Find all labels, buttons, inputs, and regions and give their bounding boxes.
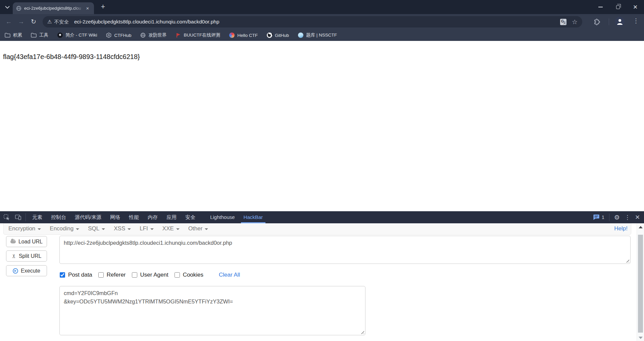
- device-toolbar-icon[interactable]: [13, 213, 23, 222]
- devtools-tab-application[interactable]: 应用: [162, 211, 181, 223]
- bookmark-star-icon[interactable]: ☆: [572, 18, 578, 26]
- bookmarks-bar: 积累 工具 简介 - CTF Wiki CTFHub 攻防世界 BUUCT: [0, 30, 644, 41]
- request-options-row: Post data Referer User Agent Cookies Cle…: [60, 272, 240, 278]
- url-input[interactable]: http://eci-2ze6jubclpedgkts8tlp.cloudeci…: [59, 236, 631, 264]
- bookmark-label: Hello CTF: [237, 33, 258, 38]
- hackbar-menu-encoding[interactable]: Encoding: [50, 225, 79, 232]
- post-data-label[interactable]: Post data: [68, 272, 92, 278]
- scrollbar-thumb[interactable]: [638, 235, 643, 333]
- referer-label[interactable]: Referer: [107, 272, 126, 278]
- bookmark-ctf-wiki[interactable]: 简介 - CTF Wiki: [57, 32, 97, 38]
- inspect-element-icon[interactable]: [2, 213, 11, 222]
- bookmark-buuctf[interactable]: BUUCTF在线评测: [176, 32, 220, 38]
- folder-icon: [5, 33, 10, 38]
- devtools-tab-hackbar[interactable]: HackBar: [239, 211, 267, 223]
- page-content: flag{43efa17e-6b48-44f9-9893-1148cfdc621…: [0, 41, 644, 211]
- devtools-tab-security[interactable]: 安全: [181, 211, 200, 223]
- folder-icon: [31, 33, 37, 38]
- settings-gear-icon[interactable]: ⚙: [614, 214, 620, 221]
- address-bar[interactable]: ⚠ 不安全 eci-2ze6jubclpedgkts8tlp.cloudeci1…: [43, 16, 582, 27]
- devtools-tab-performance[interactable]: 性能: [125, 211, 143, 223]
- devtools-close-icon[interactable]: ✕: [635, 214, 640, 221]
- browser-toolbar: ← → ↻ ⚠ 不安全 eci-2ze6jubclpedgkts8tlp.clo…: [0, 14, 644, 30]
- devtools-tab-network[interactable]: 网络: [106, 211, 125, 223]
- chevron-down-icon: [205, 228, 208, 230]
- hackbar-menu-encryption[interactable]: Encryption: [8, 225, 41, 232]
- user-agent-checkbox[interactable]: [132, 272, 137, 278]
- devtools-menu-kebab-icon[interactable]: ⋮: [625, 214, 630, 221]
- user-agent-checkbox-group: User Agent: [132, 272, 168, 278]
- execute-button[interactable]: ▶ Execute: [6, 265, 47, 276]
- devtools-tab-memory[interactable]: 内存: [143, 211, 162, 223]
- bookmark-tools-folder[interactable]: 工具: [31, 32, 48, 38]
- extensions-puzzle-icon[interactable]: [593, 18, 600, 25]
- bookmark-label: GitHub: [275, 33, 289, 38]
- devtools-actions: 1 ⚙ ⋮ ✕: [593, 214, 644, 221]
- window-restore-button[interactable]: [609, 0, 627, 14]
- bookmark-label: 积累: [13, 32, 22, 38]
- bookmark-ctfhub[interactable]: CTFHub: [106, 33, 131, 38]
- devtools-tab-console[interactable]: 控制台: [47, 211, 70, 223]
- split-url-button[interactable]: ✂ Split URL: [6, 250, 47, 262]
- hackbar-menu-xxe[interactable]: XXE: [162, 225, 180, 232]
- devtools-tabs: 元素 控制台 源代码/来源 网络 性能 内存 应用 安全 Lighthouse …: [28, 211, 267, 223]
- flag-text: flag{43efa17e-6b48-44f9-9893-1148cfdc621…: [3, 53, 140, 61]
- devtools-tab-sources[interactable]: 源代码/来源: [70, 211, 106, 223]
- browser-menu-kebab-icon[interactable]: ⋮: [633, 17, 639, 24]
- url-text[interactable]: eci-2ze6jubclpedgkts8tlp.cloudeci1.ichun…: [74, 19, 219, 25]
- scissors-icon: ✂: [11, 254, 17, 258]
- nssctf-icon: [298, 33, 303, 38]
- bookmark-accumulate-folder[interactable]: 积累: [5, 32, 22, 38]
- profile-avatar[interactable]: [615, 17, 625, 26]
- bookmark-adworld[interactable]: 攻防世界: [140, 32, 167, 38]
- panel-scrollbar[interactable]: [637, 223, 644, 341]
- bookmark-label: 攻防世界: [149, 32, 167, 38]
- hackbar-navbar: Encryption Encoding SQL XSS LFI XXE Othe…: [3, 223, 631, 235]
- issues-count[interactable]: 1: [602, 215, 604, 220]
- hackbar-menu-sql[interactable]: SQL: [88, 225, 105, 232]
- reload-button[interactable]: ↻: [29, 17, 38, 26]
- bookmark-label: 题库 | NSSCTF: [306, 32, 337, 38]
- bookmark-label: 简介 - CTF Wiki: [65, 32, 97, 38]
- bookmark-helloctf[interactable]: Hello CTF: [229, 33, 258, 38]
- hackbar-menu-xss[interactable]: XSS: [114, 225, 131, 232]
- help-link[interactable]: Help!: [614, 225, 628, 232]
- hackbar-menu-other[interactable]: Other: [188, 225, 208, 232]
- new-tab-button[interactable]: +: [99, 3, 107, 11]
- post-data-checkbox[interactable]: [60, 272, 65, 278]
- cookies-label[interactable]: Cookies: [183, 272, 203, 278]
- bookmark-github[interactable]: GitHub: [266, 33, 289, 38]
- post-data-input[interactable]: cmd=Y2F0IC9mbGFn &key=ODc5YTU5MWM2Nzg1YT…: [59, 286, 365, 335]
- bookmark-label: BUUCTF在线评测: [184, 32, 220, 38]
- toolbar-divider: [609, 18, 609, 25]
- issues-bubble-icon[interactable]: [593, 214, 600, 220]
- browser-tab[interactable]: eci-2ze6jubclpedgkts8tlp.clou ×: [13, 2, 94, 14]
- translate-icon[interactable]: G文: [560, 19, 566, 25]
- restore-icon: [616, 5, 620, 9]
- bookmark-nssctf[interactable]: 题库 | NSSCTF: [298, 32, 337, 38]
- scroll-up-icon[interactable]: [639, 226, 643, 228]
- ctf-wiki-icon: [57, 33, 63, 38]
- window-minimize-button[interactable]: [592, 0, 609, 14]
- back-button[interactable]: ←: [4, 17, 13, 26]
- chevron-down-icon: [128, 228, 131, 230]
- devtools-toolbar: 元素 控制台 源代码/来源 网络 性能 内存 应用 安全 Lighthouse …: [0, 211, 644, 223]
- devtools-tab-elements[interactable]: 元素: [28, 211, 47, 223]
- clear-all-link[interactable]: Clear All: [219, 272, 240, 278]
- hackbar-panel: Encryption Encoding SQL XSS LFI XXE Othe…: [0, 223, 644, 341]
- security-badge-label: 不安全: [54, 19, 69, 25]
- security-badge[interactable]: ⚠ 不安全: [47, 19, 69, 25]
- tab-close-icon[interactable]: ×: [85, 5, 91, 11]
- hackbar-menu-lfi[interactable]: LFI: [140, 225, 154, 232]
- globe-favicon-icon: [16, 6, 21, 11]
- forward-button[interactable]: →: [17, 17, 26, 26]
- user-agent-label[interactable]: User Agent: [140, 272, 168, 278]
- devtools-tab-lighthouse[interactable]: Lighthouse: [206, 211, 239, 223]
- load-url-button[interactable]: Load URL: [6, 236, 47, 247]
- tab-search-chevron-icon[interactable]: [3, 3, 11, 11]
- cookies-checkbox-group: Cookies: [175, 272, 203, 278]
- scroll-down-icon[interactable]: [639, 337, 643, 339]
- window-close-button[interactable]: ✕: [627, 0, 644, 14]
- cookies-checkbox[interactable]: [175, 272, 180, 278]
- referer-checkbox[interactable]: [98, 272, 104, 278]
